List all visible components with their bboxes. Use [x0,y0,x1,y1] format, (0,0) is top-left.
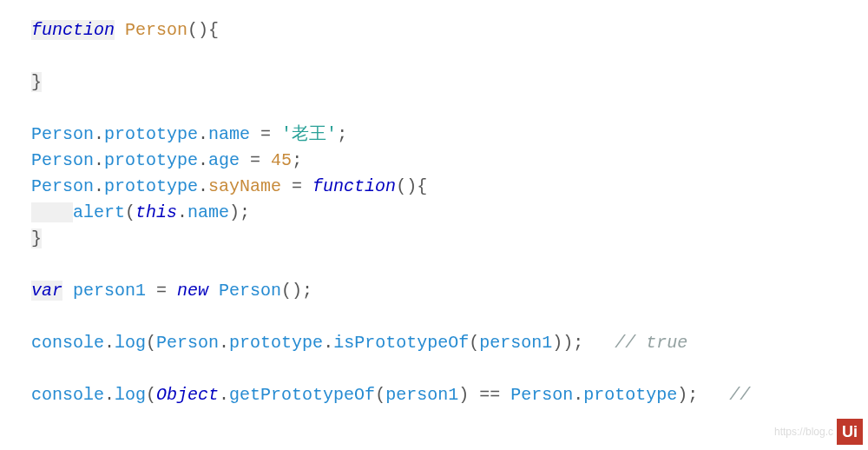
var-person1: person1 [73,281,146,301]
obj-object: Object [156,385,219,405]
class-person: Person [31,124,94,144]
method-getprototypeof: getPrototypeOf [229,385,375,405]
method-isprototypeof: isPrototypeOf [333,333,469,353]
code-block: function Person(){ } Person.prototype.na… [0,0,868,426]
string-literal: '老王' [281,124,337,144]
prop-name: name [208,124,250,144]
watermark-text: https://blog.c [774,424,833,440]
keyword-var: var [31,281,62,301]
brace-close: } [31,72,42,92]
number-literal: 45 [271,150,292,170]
call-alert: alert [73,202,125,222]
obj-console: console [31,333,104,353]
watermark-logo: Ui [837,419,863,445]
method-sayname: sayName [208,176,281,196]
method-log: log [115,333,146,353]
keyword-new: new [177,281,208,301]
prop-prototype: prototype [104,124,198,144]
keyword-function: function [31,20,115,40]
comment-tail: // [729,385,750,405]
prop-age: age [208,150,240,170]
comment-true: // true [615,333,687,353]
keyword-this: this [135,202,177,222]
function-name: Person [125,20,187,40]
